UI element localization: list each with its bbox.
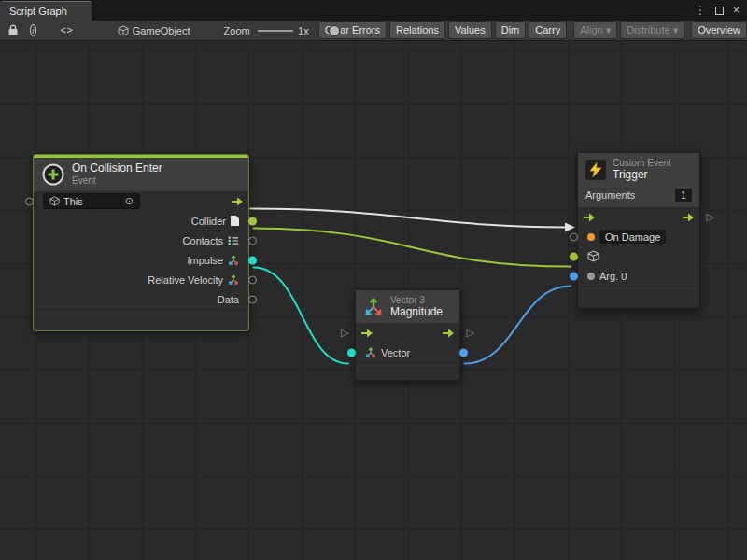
flow-output-port[interactable]: ▷: [707, 211, 714, 223]
lock-icon[interactable]: [7, 24, 19, 36]
wire-magnitude-to-arg0[interactable]: [465, 287, 571, 364]
relations-button[interactable]: Relations: [389, 21, 445, 39]
node-footer: [578, 286, 699, 300]
zoom-slider-track: [258, 30, 293, 32]
row-target: This ⊙: [34, 191, 248, 211]
wire-collider-to-target[interactable]: [254, 229, 571, 267]
node-title: Trigger: [613, 169, 671, 182]
collision-event-icon: [41, 162, 65, 187]
gameobject-icon: [118, 25, 129, 36]
port-vector-input[interactable]: [347, 348, 356, 357]
carry-button[interactable]: Carry: [529, 21, 567, 39]
values-button[interactable]: Values: [448, 21, 492, 39]
port-impulse-output[interactable]: [248, 256, 257, 264]
flow-input-arrow-icon[interactable]: [583, 213, 596, 222]
row-relative-velocity-output: Relative Velocity: [34, 270, 248, 289]
node-category: Custom Event: [613, 158, 671, 169]
graph-canvas[interactable]: On Collision Enter Event This: [0, 41, 747, 560]
vector-input-label: Vector: [381, 347, 410, 358]
maximize-icon[interactable]: [715, 7, 724, 15]
node-body: ▷ ▷: [356, 323, 459, 362]
port-event-name-input[interactable]: [570, 232, 578, 241]
arguments-row: Arguments 1: [578, 186, 699, 207]
flow-input-port[interactable]: ▷: [341, 327, 348, 339]
vector3-type-icon: [365, 347, 376, 358]
tab-script-graph[interactable]: Script Graph: [0, 1, 92, 21]
wire-impulse-to-vector[interactable]: [254, 268, 349, 364]
node-vector3-magnitude[interactable]: Vector 3 Magnitude ▷ ▷: [355, 289, 460, 381]
node-category: Vector 3: [390, 295, 443, 306]
node-body: ▷ On Damage: [578, 207, 699, 286]
chevron-down-icon: ▾: [673, 24, 679, 36]
kebab-menu-icon[interactable]: ⋮: [695, 4, 706, 17]
gameobject-cube-icon: [587, 250, 599, 262]
event-name-field[interactable]: On Damage: [599, 230, 666, 244]
row-contacts-output: Contacts: [34, 231, 248, 250]
gameobject-label: GameObject: [133, 25, 190, 36]
custom-event-icon: [585, 160, 606, 180]
close-icon[interactable]: ×: [733, 4, 740, 17]
arguments-count-input[interactable]: 1: [675, 189, 692, 202]
string-type-icon: [587, 233, 595, 241]
vector3-type-icon: [228, 274, 239, 286]
target-value: This: [63, 196, 83, 207]
row-impulse-output: Impulse: [34, 250, 248, 270]
collider-type-icon: [231, 216, 239, 226]
flow-output-arrow-icon[interactable]: [231, 197, 244, 206]
zoom-slider-handle[interactable]: [329, 25, 340, 36]
window-tab-bar: Script Graph ⋮ ×: [0, 0, 747, 21]
node-on-collision-enter[interactable]: On Collision Enter Event This: [33, 154, 249, 331]
flow-output-arrow-icon[interactable]: [442, 329, 455, 338]
port-target-input[interactable]: [570, 252, 578, 260]
gameobject-context[interactable]: GameObject: [118, 25, 190, 36]
node-header[interactable]: Vector 3 Magnitude: [356, 290, 459, 323]
node-title: On Collision Enter: [72, 162, 162, 175]
flow-input-arrow-icon[interactable]: [360, 329, 374, 338]
row-data-output: Data: [34, 289, 248, 309]
row-event-name: On Damage: [578, 227, 699, 246]
row-target-input: [578, 246, 699, 266]
overview-button[interactable]: Overview: [691, 21, 747, 39]
row-arg0-input: Arg. 0: [578, 266, 699, 286]
node-header[interactable]: Custom Event Trigger: [578, 153, 699, 186]
port-data-output[interactable]: [248, 295, 257, 303]
align-dropdown[interactable]: Align ▾: [573, 21, 617, 39]
port-collider-output[interactable]: [248, 217, 257, 225]
row-vector-input: Vector: [356, 343, 459, 362]
target-dropdown[interactable]: This ⊙: [43, 193, 140, 209]
port-contacts-output[interactable]: [248, 236, 257, 245]
port-relative-velocity-output[interactable]: [248, 275, 257, 284]
graph-toolbar: i <> GameObject Zoom 1x Clear Errors Rel…: [0, 21, 747, 41]
port-magnitude-output[interactable]: [459, 348, 468, 357]
node-title: Magnitude: [390, 306, 443, 319]
node-subtitle: Event: [72, 175, 162, 187]
vector3-icon: [363, 297, 384, 317]
window-controls: ⋮ ×: [695, 0, 747, 21]
object-type-icon: [587, 273, 595, 280]
node-footer: [34, 309, 248, 323]
node-trigger-custom-event[interactable]: Custom Event Trigger Arguments 1 ▷: [577, 152, 700, 309]
align-label: Align: [580, 24, 602, 36]
info-icon[interactable]: i: [30, 24, 36, 36]
code-view-icon[interactable]: <>: [61, 25, 73, 36]
object-picker-icon[interactable]: ⊙: [125, 195, 134, 207]
dim-button[interactable]: Dim: [495, 21, 527, 39]
row-collider-output: Collider: [34, 211, 248, 231]
vector3-type-icon: [228, 255, 239, 266]
chevron-down-icon: ▾: [606, 24, 612, 36]
list-type-icon: [228, 236, 239, 245]
distribute-dropdown[interactable]: Distribute ▾: [620, 21, 684, 39]
wire-flow-collision-to-trigger[interactable]: [250, 209, 566, 228]
zoom-slider[interactable]: [258, 21, 293, 41]
node-body: This ⊙ Collider Contact: [34, 191, 248, 309]
port-arg0-input[interactable]: [570, 272, 578, 280]
unity-editor-window: Script Graph ⋮ × i <> GameObject Zoom: [0, 0, 747, 560]
gameobject-cube-icon: [49, 196, 60, 206]
flow-output-arrow-icon[interactable]: [682, 213, 695, 222]
flow-output-port[interactable]: ▷: [467, 327, 474, 339]
node-header[interactable]: On Collision Enter Event: [34, 158, 248, 191]
zoom-label: Zoom: [224, 25, 250, 36]
port-target-input[interactable]: [25, 197, 34, 205]
arg0-label: Arg. 0: [599, 271, 627, 282]
tab-label: Script Graph: [9, 6, 67, 17]
